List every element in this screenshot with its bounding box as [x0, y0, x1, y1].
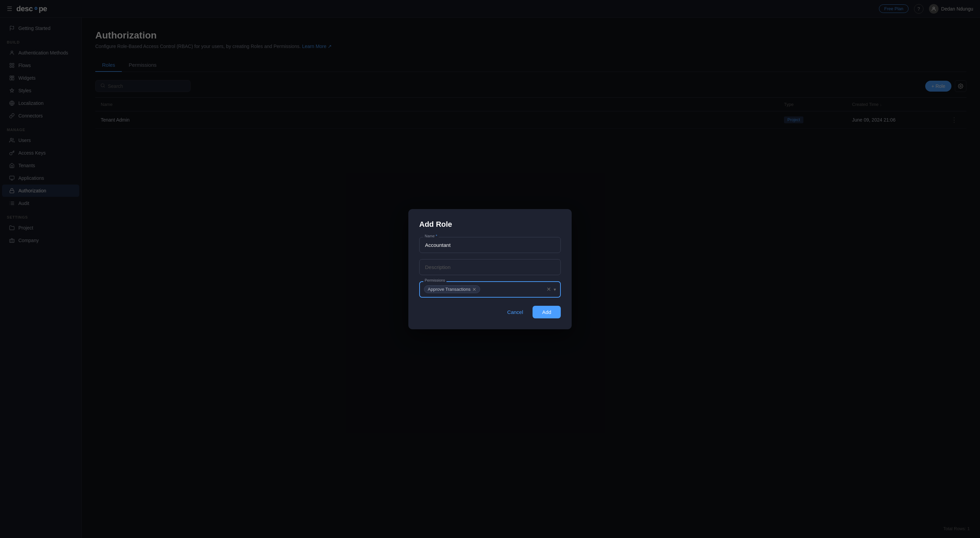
modal-title: Add Role — [419, 220, 561, 229]
add-role-modal: Add Role Name * Permissions Approve Tran… — [408, 209, 572, 329]
permissions-text-input[interactable] — [482, 287, 544, 292]
description-field-group — [419, 259, 561, 275]
permissions-label: Permissions — [423, 278, 447, 282]
modal-footer: Cancel Add — [419, 306, 561, 318]
permissions-actions: ✕ ▾ — [546, 286, 556, 292]
permission-tag-remove[interactable]: ✕ — [472, 287, 476, 292]
permissions-field-group: Permissions Approve Transactions ✕ ✕ ▾ — [419, 281, 561, 298]
permissions-dropdown-button[interactable]: ▾ — [554, 287, 556, 292]
permissions-input-wrapper[interactable]: Approve Transactions ✕ ✕ ▾ — [419, 281, 561, 298]
cancel-button[interactable]: Cancel — [502, 306, 529, 318]
description-input[interactable] — [419, 259, 561, 275]
add-button[interactable]: Add — [533, 306, 561, 318]
modal-overlay[interactable]: Add Role Name * Permissions Approve Tran… — [0, 0, 980, 538]
permissions-clear-button[interactable]: ✕ — [546, 286, 551, 292]
name-input[interactable] — [419, 237, 561, 253]
name-label: Name * — [423, 234, 439, 238]
permission-tag-approve-transactions: Approve Transactions ✕ — [424, 285, 480, 293]
name-field-group: Name * — [419, 237, 561, 253]
